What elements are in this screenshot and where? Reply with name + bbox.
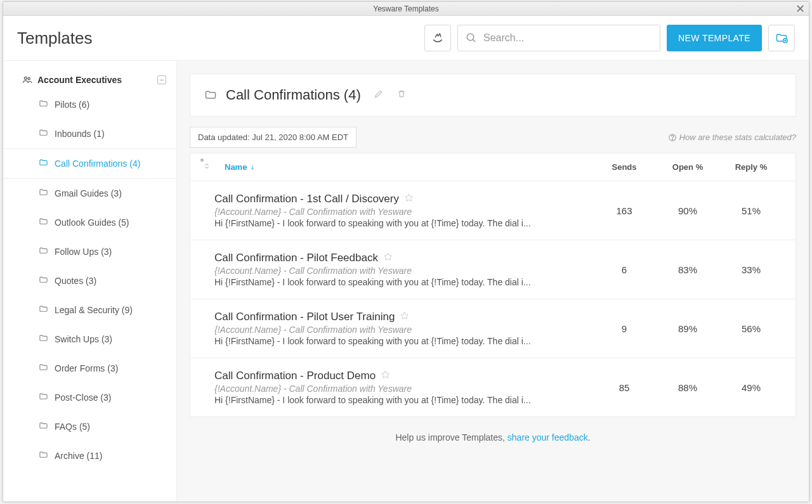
templates-table: Name Sends Open % Reply % Call Confirmat…: [190, 153, 796, 417]
row-main: Call Confirmation - Pilot User Training …: [203, 311, 593, 346]
template-subject: {!Account.Name} - Call Confirmation with…: [214, 207, 593, 217]
sidebar-item[interactable]: Legal & Security (9): [3, 295, 176, 325]
cell-open: 90%: [656, 205, 719, 216]
svg-point-0: [467, 34, 474, 41]
row-main: Call Confirmation - Product Demo {!Accou…: [203, 370, 593, 405]
folder-icon: [39, 217, 55, 228]
cell-reply: 56%: [719, 323, 783, 334]
column-name[interactable]: Name: [213, 162, 593, 172]
sidebar-item-label: Follow Ups (3): [55, 247, 112, 257]
main: Call Confirmations (4) Data updated: Jul…: [177, 61, 809, 501]
sidebar-item-label: Switch Ups (3): [55, 334, 112, 344]
star-icon[interactable]: [400, 311, 409, 323]
table-row[interactable]: Call Confirmation - Product Demo {!Accou…: [190, 358, 796, 417]
column-sends[interactable]: Sends: [593, 162, 656, 172]
how-stats-link[interactable]: How are these stats calculated?: [668, 132, 796, 142]
star-icon[interactable]: [383, 252, 393, 264]
folder-icon: [39, 128, 55, 139]
help-icon: [668, 133, 677, 142]
cell-sends: 163: [593, 205, 656, 216]
cell-reply: 51%: [719, 205, 783, 216]
panel-header: Call Confirmations (4): [190, 74, 796, 117]
template-subject: {!Account.Name} - Call Confirmation with…: [214, 384, 593, 394]
sidebar-item[interactable]: Pilots (6): [3, 90, 176, 119]
sort-handle-icon[interactable]: [203, 162, 211, 172]
sidebar-item[interactable]: Order Forms (3): [3, 354, 176, 383]
new-folder-button[interactable]: [768, 25, 795, 51]
star-icon[interactable]: [404, 193, 414, 205]
folder-icon: [39, 246, 55, 257]
collapse-icon[interactable]: −: [157, 75, 166, 84]
sidebar-group-label: Account Executives: [37, 75, 122, 85]
folder-icon: [39, 392, 55, 403]
sidebar-item[interactable]: Call Confirmations (4): [3, 148, 176, 179]
sidebar-item[interactable]: Gmail Guides (3): [3, 179, 176, 208]
data-updated-badge: Data updated: Jul 21, 2020 8:00 AM EDT: [190, 127, 357, 148]
folder-icon: [39, 304, 55, 316]
column-open[interactable]: Open %: [656, 162, 719, 172]
sidebar-item[interactable]: Inbounds (1): [3, 119, 176, 148]
sort-asc-icon: [249, 164, 256, 171]
trash-icon[interactable]: [396, 89, 416, 101]
cell-open: 88%: [656, 382, 719, 393]
folder-plus-icon: [775, 32, 788, 44]
table-header: Name Sends Open % Reply %: [190, 153, 796, 181]
folder-icon: [39, 275, 55, 287]
folder-icon: [39, 421, 55, 432]
svg-marker-11: [401, 312, 408, 319]
template-subject: {!Account.Name} - Call Confirmation with…: [214, 266, 593, 276]
cell-reply: 49%: [719, 382, 783, 393]
sidebar-item[interactable]: Archive (11): [3, 441, 176, 470]
sidebar-item[interactable]: Switch Ups (3): [3, 325, 176, 354]
feedback-link[interactable]: share your feedback: [508, 432, 588, 443]
svg-point-5: [24, 77, 27, 79]
svg-marker-10: [384, 253, 391, 260]
app-window: Yesware Templates ✕ Templates NEW TEMPLA…: [3, 1, 809, 502]
template-title: Call Confirmation - 1st Call / Discovery: [214, 193, 593, 205]
sidebar-item-label: Pilots (6): [55, 100, 89, 110]
svg-point-8: [672, 139, 672, 139]
folder-icon: [39, 363, 55, 374]
search-icon: [466, 32, 477, 44]
template-body: Hi {!FirstName} - I look forward to spea…: [214, 395, 563, 405]
folder-icon: [39, 450, 55, 462]
table-row[interactable]: Call Confirmation - 1st Call / Discovery…: [190, 181, 796, 240]
folder-icon: [39, 188, 55, 199]
sidebar-item-label: Outlook Guides (5): [55, 217, 129, 228]
header: Templates NEW TEMPLATE: [3, 16, 809, 61]
search-box[interactable]: [457, 25, 660, 51]
sidebar-item-label: Order Forms (3): [55, 363, 118, 373]
table-row[interactable]: Call Confirmation - Pilot Feedback {!Acc…: [190, 240, 796, 299]
sidebar-item-label: FAQs (5): [55, 422, 90, 432]
svg-marker-9: [405, 194, 412, 201]
edit-icon[interactable]: [374, 89, 393, 101]
folder-icon: [39, 99, 55, 110]
template-body: Hi {!FirstName} - I look forward to spea…: [214, 277, 563, 287]
sidebar-item[interactable]: Outlook Guides (5): [3, 208, 176, 237]
sidebar-group[interactable]: Account Executives −: [3, 68, 176, 90]
search-input[interactable]: [483, 32, 652, 44]
sidebar-item[interactable]: Quotes (3): [3, 266, 176, 295]
template-subject: {!Account.Name} - Call Confirmation with…: [214, 325, 593, 335]
sidebar-item[interactable]: Post-Close (3): [3, 383, 176, 412]
people-icon: [22, 75, 32, 85]
table-row[interactable]: Call Confirmation - Pilot User Training …: [190, 299, 796, 358]
cell-reply: 33%: [719, 264, 783, 275]
titlebar: Yesware Templates ✕: [3, 2, 809, 16]
star-icon[interactable]: [381, 370, 390, 382]
sidebar-item[interactable]: Follow Ups (3): [3, 237, 176, 266]
page-title: Templates: [17, 29, 424, 48]
svg-line-1: [473, 39, 475, 42]
wave-button[interactable]: [424, 25, 451, 51]
new-template-button[interactable]: NEW TEMPLATE: [667, 25, 762, 51]
template-title: Call Confirmation - Pilot Feedback: [214, 252, 593, 264]
feedback-text: Help us improve Templates, share your fe…: [190, 417, 796, 458]
sidebar-item-label: Gmail Guides (3): [55, 188, 122, 198]
template-body: Hi {!FirstName} - I look forward to spea…: [214, 218, 563, 228]
sidebar: Account Executives − Pilots (6)Inbounds …: [3, 61, 177, 501]
sidebar-item-label: Archive (11): [55, 451, 102, 461]
close-icon[interactable]: ✕: [796, 2, 805, 16]
column-reply[interactable]: Reply %: [719, 162, 783, 172]
sidebar-item-label: Post-Close (3): [55, 392, 111, 403]
sidebar-item[interactable]: FAQs (5): [3, 412, 176, 441]
